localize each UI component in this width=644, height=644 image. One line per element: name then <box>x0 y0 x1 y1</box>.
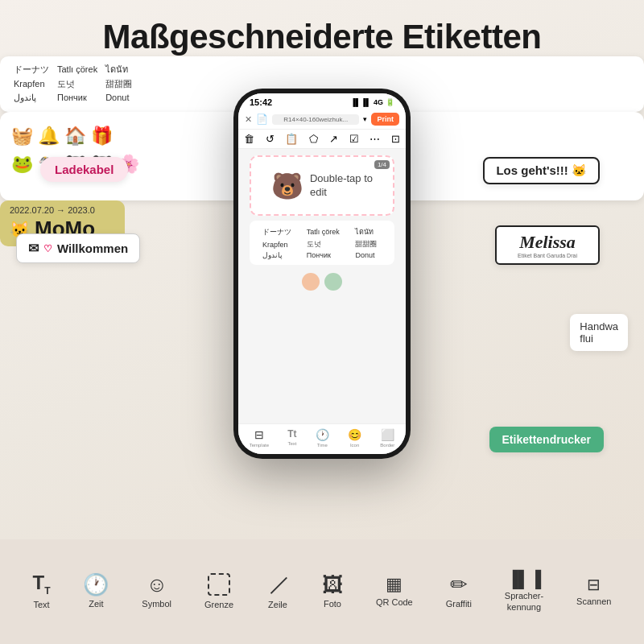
color-dot-green[interactable] <box>324 273 342 291</box>
phone-canvas-area: 🐻 Double-tap toedit 1/4 ドーナツTatlı çörekไ… <box>238 149 406 297</box>
align-icon[interactable]: ⊡ <box>391 133 400 145</box>
copy-icon[interactable]: 📋 <box>285 133 298 145</box>
file-name[interactable]: R14×40-160weizhuk... <box>272 114 359 125</box>
phone-bottom-tabs: ⊟ Template Tt Text 🕐 Time 😊 Icon ⬜ Borde… <box>238 423 406 454</box>
toolbar-label-scannen: Scannen <box>576 597 611 607</box>
toolbar-label-zeit: Zeit <box>89 599 103 609</box>
phone-time: 15:42 <box>250 97 272 107</box>
toolbar-item-grenze[interactable]: Grenze <box>204 573 233 610</box>
page-title: Maßgeschneiderte Etiketten <box>0 0 644 56</box>
bottom-toolbar: TT Text 🕐 Zeit ☺ Symbol Grenze — Zeile 🖼… <box>0 539 644 644</box>
label-ladekabel: Ladekabel <box>40 157 128 182</box>
photo-icon: 🖼 <box>322 574 343 595</box>
pencil-icon: ✏ <box>450 574 468 595</box>
toolbar-item-foto[interactable]: 🖼 Foto <box>322 574 343 609</box>
toolbar-item-zeit[interactable]: 🕐 Zeit <box>83 574 109 609</box>
forward-icon[interactable]: ↗ <box>329 133 338 145</box>
heart-icon: ♡ <box>43 243 52 254</box>
chevron-down-icon[interactable]: ▾ <box>363 115 367 123</box>
phone-mockup: 15:42 ▐▌▐▌ 4G 🔋 ✕ 📄 R14×40-160weizhuk...… <box>233 89 411 459</box>
close-icon[interactable]: ✕ <box>245 114 252 125</box>
phone-tab-icon[interactable]: 😊 Icon <box>348 428 361 448</box>
phone-tab-template[interactable]: ⊟ Template <box>250 428 269 448</box>
toolbar-label-grenze: Grenze <box>204 600 233 610</box>
label-melissa: Melissa Etiket Bant Garuda Drai <box>495 225 600 265</box>
border-icon <box>208 573 230 596</box>
label-etikettendrucker: Etikettendrucker <box>489 427 604 452</box>
phone-app-toolbar[interactable]: ✕ 📄 R14×40-160weizhuk... ▾ Print <box>238 109 406 130</box>
toolbar-item-zeile[interactable]: — Zeile <box>266 573 289 610</box>
qr-code-icon: ▦ <box>386 576 402 593</box>
phone-signal-icons: ▐▌▐▌ 4G 🔋 <box>350 98 394 106</box>
smiley-icon: ☺ <box>146 574 167 595</box>
line-icon: — <box>262 568 294 601</box>
toolbar-label-spracherkennung: Spracher-kennung <box>505 591 543 612</box>
phone-tab-border[interactable]: ⬜ Border <box>380 428 394 448</box>
page-number: 1/4 <box>374 160 390 169</box>
toolbar-label-qrcode: QR Code <box>376 597 413 608</box>
color-dot-peach[interactable] <box>302 273 320 291</box>
phone-donut-inner-grid: ドーナツTatlı çörekไดนัท Krapfen도넛甜甜圈 پاندول… <box>250 221 394 265</box>
label-willkommen: ✉ ♡ Willkommen <box>16 233 140 263</box>
toolbar-label-symbol: Symbol <box>142 599 171 609</box>
toolbar-label-text: Text <box>33 600 49 610</box>
toolbar-item-graffiti[interactable]: ✏ Graffiti <box>446 574 472 609</box>
envelope-icon: ✉ <box>28 241 39 256</box>
phone-icons-bar: 🗑 ↺ 📋 ⬠ ↗ ☑ ⋯ ⊡ <box>238 130 406 149</box>
label-losgehts: Los geht's!!! 🐱 <box>483 157 600 184</box>
text-icon: TT <box>32 573 50 596</box>
toolbar-item-spracherkennung[interactable]: ▐▌▐ Spracher-kennung <box>505 571 543 612</box>
toolbar-item-symbol[interactable]: ☺ Symbol <box>142 574 171 609</box>
phone-status-bar: 15:42 ▐▌▐▌ 4G 🔋 <box>238 93 406 109</box>
scan-icon: ⊟ <box>587 576 601 592</box>
redo-icon[interactable]: ↺ <box>266 133 275 145</box>
more-icon[interactable]: ⋯ <box>369 133 380 145</box>
bear-sticker: 🐻 <box>271 171 303 201</box>
shape-icon[interactable]: ⬠ <box>309 133 318 145</box>
phone-label-preview[interactable]: 🐻 Double-tap toedit 1/4 <box>250 155 394 216</box>
document-icon: 📄 <box>256 114 268 125</box>
phone-tab-text[interactable]: Tt Text <box>287 428 296 448</box>
print-button[interactable]: Print <box>371 113 399 126</box>
trash-icon[interactable]: 🗑 <box>244 133 254 145</box>
toolbar-label-graffiti: Graffiti <box>446 599 472 609</box>
check-icon[interactable]: ☑ <box>349 133 359 145</box>
toolbar-label-foto: Foto <box>324 599 341 609</box>
edit-hint-text: Double-tap toedit <box>310 172 373 200</box>
toolbar-item-qrcode[interactable]: ▦ QR Code <box>376 576 413 608</box>
phone-tab-time[interactable]: 🕐 Time <box>316 428 329 448</box>
toolbar-items-row: TT Text 🕐 Zeit ☺ Symbol Grenze — Zeile 🖼… <box>16 571 628 612</box>
toolbar-item-scannen[interactable]: ⊟ Scannen <box>576 576 611 607</box>
phone-screen: 15:42 ▐▌▐▌ 4G 🔋 ✕ 📄 R14×40-160weizhuk...… <box>238 93 406 454</box>
toolbar-label-zeile: Zeile <box>268 600 287 610</box>
phone-color-palette <box>302 273 342 291</box>
toolbar-item-text[interactable]: TT Text <box>32 573 50 610</box>
voice-icon: ▐▌▐ <box>507 571 542 587</box>
label-handwa: Handwaflui <box>570 314 628 351</box>
clock-icon: 🕐 <box>83 574 109 595</box>
